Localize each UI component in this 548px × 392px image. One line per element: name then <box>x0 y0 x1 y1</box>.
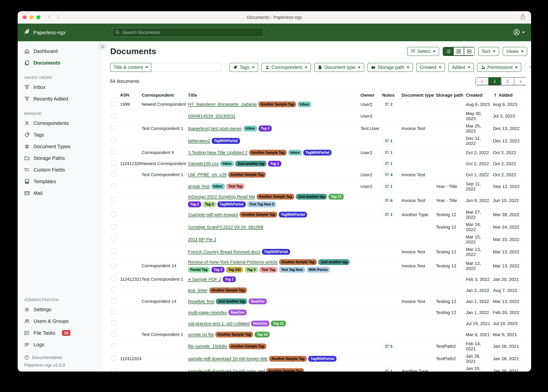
row-checkbox[interactable] <box>111 287 116 292</box>
sidebar-item-mail[interactable]: Mail <box>18 187 102 199</box>
tag-pill[interactable]: Tag 12 <box>271 321 286 326</box>
row-checkbox[interactable] <box>111 236 116 241</box>
tag-pill[interactable]: With Perms <box>307 267 330 273</box>
row-checkbox[interactable] <box>111 138 116 143</box>
notes-badge[interactable]: 5 <box>382 343 395 350</box>
row-checkbox[interactable] <box>111 343 116 348</box>
tag-pill[interactable]: Inbox <box>243 126 257 131</box>
row-checkbox[interactable] <box>111 172 116 177</box>
correspondent-cell[interactable]: Test Correspondent 1 <box>142 172 188 177</box>
column-header-storage-path[interactable]: Storage path <box>436 93 466 98</box>
document-link[interactable]: tablerates2 <box>188 138 210 143</box>
correspondent-cell[interactable]: Test Correspondent 1 <box>142 277 188 282</box>
tag-pill[interactable]: Another Sample Tag <box>228 172 266 178</box>
sidebar-item-templates[interactable]: Templates <box>18 176 102 187</box>
page-button-[interactable]: « <box>476 77 488 85</box>
row-checkbox[interactable] <box>111 321 116 326</box>
tag-pill[interactable]: TagWithPartial <box>217 201 246 207</box>
notes-badge[interactable]: 6 <box>382 197 395 204</box>
document-link[interactable]: multi-page-mixedxx <box>188 310 227 315</box>
tag-pill[interactable]: Partial Tag <box>188 267 210 273</box>
tag-pill[interactable]: Inbox <box>220 161 234 167</box>
tag-pill[interactable]: Another Sample Tag <box>279 259 317 265</box>
minimize-window-button[interactable] <box>30 15 34 19</box>
document-link[interactable]: ReadMe Test <box>188 299 214 304</box>
row-checkbox[interactable] <box>111 263 116 268</box>
app-brand[interactable]: Paperless-ngx <box>23 28 66 36</box>
sidebar-item-file-tasks[interactable]: File Tasks16 <box>18 327 102 339</box>
filter-document-type-button[interactable]: Document type <box>314 63 364 72</box>
list-view-button[interactable] <box>443 47 454 56</box>
tag-pill[interactable]: Inbox <box>211 183 225 189</box>
row-checkbox[interactable] <box>111 161 116 166</box>
sidebar-collapse-button[interactable] <box>99 43 106 50</box>
column-header-correspondent[interactable]: Correspondent <box>142 93 188 98</box>
row-checkbox[interactable] <box>111 126 116 131</box>
select-button[interactable]: Select <box>407 47 439 56</box>
tag-pill[interactable]: Inbox <box>297 101 311 107</box>
tag-pill[interactable]: NewOne <box>249 299 267 304</box>
correspondent-cell[interactable]: Correspondent 9 <box>142 150 188 155</box>
tag-pill[interactable]: Tag 2 <box>188 201 201 207</box>
tag-pill[interactable]: Test Tag <box>226 183 244 189</box>
document-link[interactable]: simple txt file <box>188 332 214 337</box>
correspondent-cell[interactable]: Correspondent 14 <box>142 299 188 304</box>
row-checkbox[interactable] <box>111 298 116 303</box>
sidebar-item-custom-fields[interactable]: Custom Fields <box>18 164 102 176</box>
reset-filters-button[interactable]: Reset filters <box>525 63 531 72</box>
document-link[interactable]: drylab Test <box>188 184 210 189</box>
document-link[interactable]: 2011 BP Pie 2 <box>188 237 216 242</box>
tag-pill[interactable]: Tag 2 <box>223 276 236 282</box>
sidebar-item-logs[interactable]: Logs <box>18 339 102 350</box>
tag-pill[interactable]: Another Sample Tag <box>240 212 277 217</box>
tag-pill[interactable]: Tag 12 <box>328 194 344 200</box>
notes-badge[interactable]: 1 <box>382 160 395 167</box>
correspondent-cell[interactable]: Newest Correspondent <box>142 102 188 107</box>
row-checkbox[interactable] <box>111 150 116 155</box>
correspondent-cell[interactable]: Newest Correspondent <box>142 161 188 166</box>
column-header-owner[interactable]: Owner <box>361 93 382 98</box>
notes-badge[interactable]: 1 <box>382 137 395 144</box>
row-checkbox[interactable] <box>111 309 116 315</box>
sidebar-item-inbox[interactable]: Inbox <box>18 81 102 93</box>
document-link[interactable]: test_letter <box>188 288 208 293</box>
tag-pill[interactable]: TagWithPartial <box>212 138 240 144</box>
tag-pill[interactable]: TagWithPartial <box>262 249 290 255</box>
document-link[interactable]: Review-of-New-York-Federal-Petitions-art… <box>188 259 278 265</box>
page-button-2[interactable]: 2 <box>501 77 514 85</box>
tag-pill[interactable]: TagWithPartial <box>279 212 307 217</box>
tag-pill[interactable]: Tag 222 <box>226 267 243 273</box>
tag-pill[interactable]: Tag 2 <box>211 267 224 273</box>
column-header-title[interactable]: Title <box>188 93 361 98</box>
row-checkbox[interactable] <box>111 101 116 106</box>
document-link[interactable]: H7_Napoleon_Bonaparte_zadanie <box>188 102 257 107</box>
share-icon[interactable] <box>520 14 526 21</box>
grid-view-button[interactable] <box>454 47 464 56</box>
document-link[interactable]: 2sample-pdf-with-images <box>188 212 238 217</box>
tag-pill[interactable]: Another Sample Tag <box>257 194 294 200</box>
row-checkbox[interactable] <box>111 249 116 254</box>
sidebar-item-documents[interactable]: Documents <box>18 57 102 69</box>
card-view-button[interactable] <box>464 47 474 56</box>
tag-pill[interactable]: Test Tag <box>259 267 277 273</box>
tag-pill[interactable]: NewOne <box>228 309 247 315</box>
title-content-input[interactable] <box>151 63 222 72</box>
notes-badge[interactable]: 1 <box>382 211 395 218</box>
tag-pill[interactable]: Just another tag <box>235 161 267 167</box>
user-menu[interactable] <box>513 29 525 36</box>
tag-pill[interactable]: Tag 2 <box>268 161 281 167</box>
row-checkbox[interactable] <box>111 331 116 336</box>
document-link[interactable]: sample-pdf-download-10-mb-longer-title <box>188 356 267 361</box>
notes-badge[interactable]: 1 <box>382 183 395 190</box>
row-checkbox[interactable] <box>111 356 116 361</box>
row-checkbox[interactable] <box>111 211 116 217</box>
document-link[interactable]: sample-pdf-download-10-mb copy_red <box>188 369 265 371</box>
notes-badge[interactable]: 4 <box>382 171 395 178</box>
document-link[interactable]: sat-practice-test-1_pt2-collated <box>188 321 250 326</box>
filter-added-button[interactable]: Added <box>448 63 474 72</box>
column-header-document-type[interactable]: Document type <box>402 93 436 98</box>
tag-pill[interactable]: Another Sample Tag <box>229 343 266 349</box>
correspondent-cell[interactable]: Correspondent 14 <box>142 263 188 268</box>
column-header-notes[interactable]: Notes <box>382 93 402 98</box>
tag-pill[interactable]: Another Sample Tag <box>249 150 287 155</box>
